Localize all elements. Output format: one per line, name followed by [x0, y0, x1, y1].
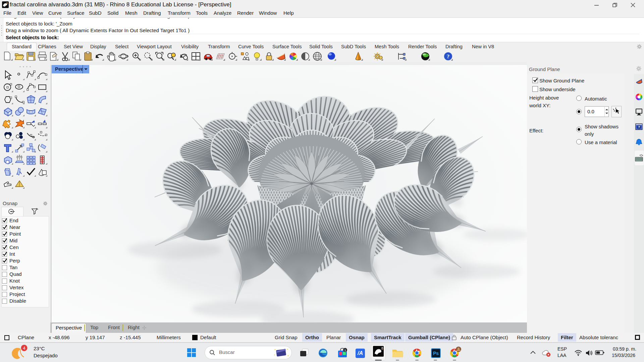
svg-text:8: 8 [381, 347, 383, 350]
svg-text:8: 8 [6, 2, 8, 4]
svg-text:1: 1 [344, 349, 346, 352]
svg-text:?: ? [638, 125, 640, 129]
svg-text:4: 4 [23, 346, 25, 351]
svg-text:?: ? [447, 53, 450, 60]
